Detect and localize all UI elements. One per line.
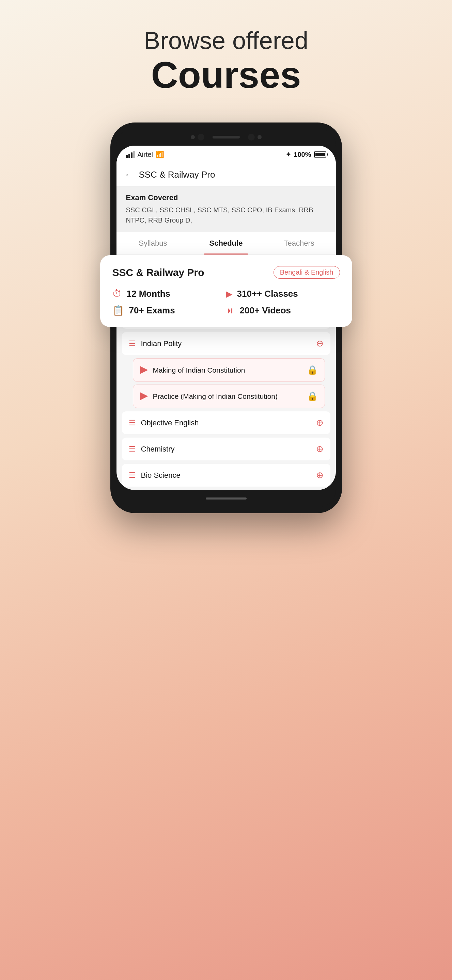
- camera-main: [198, 134, 204, 140]
- camera-dot-3: [257, 135, 262, 139]
- collapse-icon[interactable]: ⊖: [316, 338, 324, 349]
- carrier-name: Airtel: [137, 151, 153, 159]
- subject-doc-icon: ☰: [129, 471, 136, 480]
- subject-name: Objective English: [141, 418, 199, 427]
- stat-item-exams: 📋 70+ Exams: [112, 305, 226, 316]
- app-header: ← SSC & Railway Pro: [117, 163, 336, 186]
- subject-item-left: ☰ Objective English: [129, 418, 199, 427]
- video-icon: ⏯: [226, 305, 235, 316]
- stat-item-videos: ⏯ 200+ Videos: [226, 305, 340, 316]
- stat-classes: 310++ Classes: [237, 288, 298, 299]
- language-badge: Bengali & English: [273, 266, 340, 279]
- expand-icon[interactable]: ⊕: [316, 417, 324, 428]
- stat-exams: 70+ Exams: [129, 305, 175, 316]
- status-right: ✦ 100%: [286, 151, 326, 159]
- speaker-grille: [212, 136, 240, 138]
- camera-dot-1: [191, 135, 195, 139]
- stat-item-months: ⏱ 12 Months: [112, 288, 226, 299]
- phone-cameras: [191, 134, 262, 140]
- subject-name: Bio Science: [141, 471, 180, 480]
- clock-icon: ⏱: [112, 288, 122, 299]
- subject-item-left: ☰ Chemistry: [129, 445, 175, 453]
- phone-bottom: [117, 490, 336, 507]
- card-header: SSC & Railway Pro Bengali & English: [112, 266, 340, 279]
- exams-icon: 📋: [112, 305, 124, 316]
- hero-browse-text: Browse offered: [0, 27, 452, 54]
- wifi-icon: 📶: [156, 150, 164, 159]
- sub-item[interactable]: Making of Indian Constitution 🔒: [133, 358, 325, 382]
- phone-mockup: Airtel 📶 ✦ 100% ← SSC & Railway Pro Exa: [110, 123, 342, 513]
- battery-percent: 100%: [294, 151, 311, 159]
- subject-name: Chemistry: [141, 445, 175, 453]
- home-indicator: [206, 498, 247, 500]
- card-title: SSC & Railway Pro: [112, 267, 204, 278]
- back-button[interactable]: ←: [125, 169, 134, 180]
- camera-dot-2: [248, 134, 255, 140]
- signal-bar-4: [133, 151, 135, 158]
- sub-items-container: Making of Indian Constitution 🔒 Practice…: [122, 358, 331, 408]
- exam-covered-text: SSC CGL, SSC CHSL, SSC MTS, SSC CPO, IB …: [126, 205, 326, 225]
- list-item[interactable]: ☰ Objective English ⊕: [122, 411, 331, 434]
- sub-item-left: Making of Indian Constitution: [140, 366, 245, 374]
- floating-card: SSC & Railway Pro Bengali & English ⏱ 12…: [100, 255, 352, 327]
- bluetooth-icon: ✦: [286, 151, 291, 158]
- play-icon: [140, 366, 148, 374]
- subject-name: Indian Polity: [141, 339, 182, 348]
- sub-item-name: Practice (Making of Indian Constitution): [153, 392, 278, 401]
- stat-videos: 200+ Videos: [240, 305, 291, 316]
- play-icon: [140, 392, 148, 401]
- subject-list: ☰ Descriptive English ⊕ ☰ Indian Polity …: [117, 306, 336, 487]
- exam-covered-section: Exam Covered SSC CGL, SSC CHSL, SSC MTS,…: [117, 186, 336, 232]
- app-header-title: SSC & Railway Pro: [139, 169, 215, 180]
- expand-icon[interactable]: ⊕: [316, 444, 324, 454]
- subject-item-left: ☰ Bio Science: [129, 471, 180, 480]
- subject-doc-icon: ☰: [129, 339, 136, 348]
- sub-item[interactable]: Practice (Making of Indian Constitution)…: [133, 385, 325, 408]
- list-item[interactable]: ☰ Indian Polity ⊖: [122, 332, 331, 355]
- card-stats: ⏱ 12 Months ▶ 310++ Classes 📋 70+ Exams …: [112, 288, 340, 316]
- battery-fill: [315, 153, 325, 156]
- tab-schedule[interactable]: Schedule: [189, 232, 263, 255]
- subject-doc-icon: ☰: [129, 445, 136, 453]
- status-bar: Airtel 📶 ✦ 100%: [117, 146, 336, 163]
- stat-item-classes: ▶ 310++ Classes: [226, 288, 340, 299]
- subject-item-left: ☰ Indian Polity: [129, 339, 182, 348]
- play-classes-icon: ▶: [226, 289, 232, 299]
- tab-syllabus[interactable]: Syllabus: [117, 232, 190, 255]
- battery-icon: [314, 151, 326, 158]
- status-left: Airtel 📶: [126, 150, 165, 159]
- stat-months: 12 Months: [127, 288, 171, 299]
- list-item[interactable]: ☰ Bio Science ⊕: [122, 464, 331, 487]
- tabs-row: Syllabus Schedule Teachers: [117, 232, 336, 255]
- sub-item-left: Practice (Making of Indian Constitution): [140, 392, 278, 401]
- tab-teachers[interactable]: Teachers: [263, 232, 336, 255]
- sub-item-name: Making of Indian Constitution: [153, 366, 245, 374]
- list-item[interactable]: ☰ Chemistry ⊕: [122, 438, 331, 460]
- exam-covered-title: Exam Covered: [126, 193, 326, 202]
- signal-bars: [126, 151, 135, 158]
- hero-section: Browse offered Courses: [0, 0, 452, 109]
- lock-icon: 🔒: [307, 365, 318, 375]
- hero-courses-text: Courses: [0, 54, 452, 95]
- subject-doc-icon: ☰: [129, 418, 136, 427]
- expand-icon[interactable]: ⊕: [316, 470, 324, 480]
- signal-bar-1: [126, 155, 128, 158]
- lock-icon: 🔒: [307, 391, 318, 401]
- phone-top-bar: [117, 129, 336, 146]
- signal-bar-2: [128, 154, 130, 158]
- signal-bar-3: [131, 153, 133, 158]
